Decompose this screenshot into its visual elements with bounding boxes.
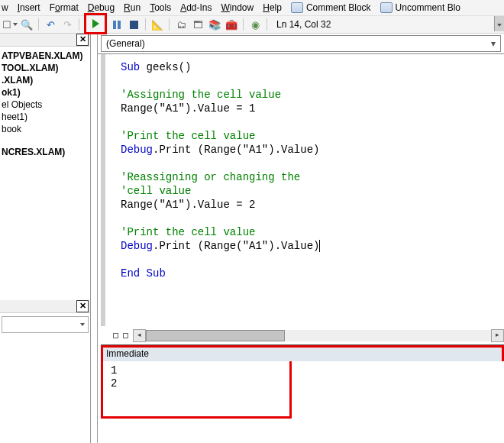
toolbox-icon[interactable]: 🧰 — [225, 18, 238, 31]
view-mode-icon[interactable] — [113, 333, 118, 338]
comment-block-button[interactable]: Comment Block — [291, 0, 371, 15]
properties-combobox[interactable] — [2, 316, 89, 333]
redo-icon: ↷ — [60, 18, 74, 31]
tree-item[interactable]: el Objects — [2, 99, 89, 111]
toolbar-separator — [243, 18, 244, 31]
cursor-position: Ln 14, Col 32 — [276, 19, 331, 30]
tree-item[interactable]: TOOL.XLAM) — [2, 62, 89, 74]
uncomment-block-button[interactable]: Uncomment Blo — [380, 0, 460, 15]
object-bar: (General)▾ — [98, 34, 504, 54]
close-icon[interactable]: ✕ — [76, 300, 89, 312]
save-icon[interactable]: ☐ — [3, 18, 17, 31]
menu-run[interactable]: Run — [124, 0, 141, 15]
run-button[interactable] — [84, 13, 107, 34]
undo-icon[interactable]: ↶ — [44, 18, 57, 31]
menu-tools[interactable]: Tools — [150, 0, 171, 15]
comment-icon — [291, 2, 303, 13]
toolbar-separator — [145, 18, 146, 31]
help-icon[interactable]: ◉ — [248, 18, 262, 31]
tree-item[interactable]: heet1) — [2, 111, 89, 123]
pause-button[interactable] — [110, 18, 124, 31]
immediate-window-title: Immediate — [101, 345, 504, 361]
menu-view[interactable]: w — [2, 0, 8, 15]
project-explorer-header: ✕ — [0, 34, 90, 47]
toolbar-separator — [267, 18, 267, 31]
scroll-left-button[interactable]: ◂ — [133, 329, 146, 342]
menu-format[interactable]: Format — [50, 0, 79, 15]
object-browser-icon[interactable]: 📚 — [208, 18, 221, 31]
tree-item[interactable]: ok1) — [2, 86, 89, 99]
scroll-thumb[interactable] — [146, 330, 285, 341]
properties-pane: ✕ — [0, 300, 90, 443]
menu-bar: w Insert Format Debug Run Tools Add-Ins … — [0, 0, 504, 15]
project-explorer-icon[interactable]: 🗂 — [174, 18, 188, 31]
horizontal-scrollbar[interactable]: ◂ ▸ — [113, 329, 504, 341]
properties-icon[interactable]: 🗔 — [191, 18, 205, 31]
tree-item[interactable]: NCRES.XLAM) — [2, 146, 89, 158]
menu-window[interactable]: Window — [221, 0, 254, 15]
find-icon[interactable]: 🔍 — [20, 18, 34, 31]
tree-item[interactable]: book — [2, 123, 89, 135]
toolbar-separator — [79, 18, 79, 31]
toolbar-separator — [38, 18, 39, 31]
menu-help[interactable]: Help — [263, 0, 282, 15]
immediate-window-body[interactable]: 1 2 — [101, 361, 292, 419]
code-editor[interactable]: Sub geeks() 'Assigning the cell value Ra… — [101, 54, 504, 326]
view-mode-icon[interactable] — [123, 333, 128, 338]
toolbar-overflow[interactable] — [494, 16, 504, 31]
project-tree[interactable]: ATPVBAEN.XLAM) TOOL.XLAM) .XLAM) ok1) el… — [0, 47, 90, 161]
chevron-down-icon — [80, 323, 85, 326]
code-editor-pane: (General)▾ Sub geeks() 'Assigning the ce… — [97, 34, 504, 443]
toolbar: ☐ 🔍 ↶ ↷ 📐 🗂 🗔 📚 🧰 ◉ Ln 14, Col 32 — [0, 15, 504, 34]
project-explorer: ✕ ATPVBAEN.XLAM) TOOL.XLAM) .XLAM) ok1) … — [0, 34, 91, 443]
immediate-window: Immediate 1 2 — [101, 344, 504, 419]
stop-button[interactable] — [127, 18, 141, 31]
scroll-track[interactable] — [146, 330, 491, 341]
tree-item[interactable]: ATPVBAEN.XLAM) — [2, 50, 89, 62]
close-icon[interactable]: ✕ — [76, 34, 89, 46]
pause-icon — [113, 21, 121, 29]
scroll-right-button[interactable]: ▸ — [491, 329, 504, 342]
stop-icon — [130, 21, 138, 29]
menu-addins[interactable]: Add-Ins — [180, 0, 212, 15]
tree-item[interactable]: .XLAM) — [2, 74, 89, 86]
design-mode-icon[interactable]: 📐 — [150, 18, 164, 31]
toolbar-separator — [169, 18, 170, 31]
menu-insert[interactable]: Insert — [18, 0, 40, 15]
uncomment-icon — [380, 2, 393, 13]
play-icon — [92, 19, 99, 28]
object-combobox[interactable]: (General)▾ — [101, 35, 501, 52]
